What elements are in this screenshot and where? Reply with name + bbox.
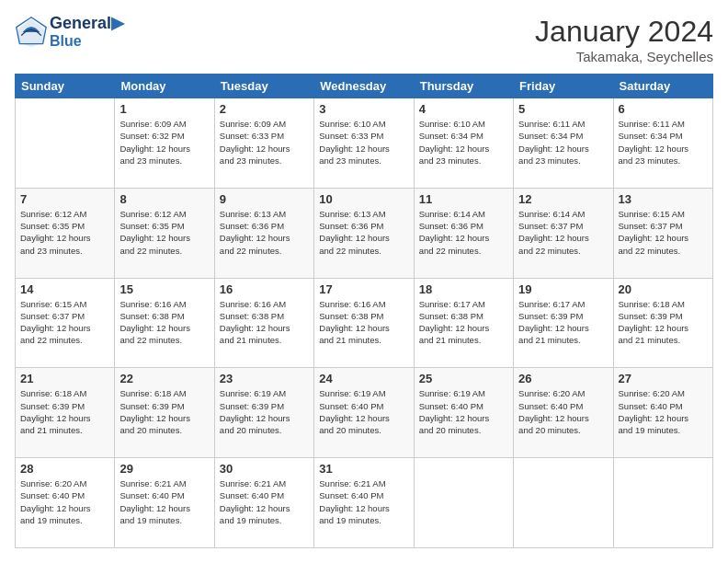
day-number: 9 xyxy=(220,192,309,206)
day-info: Sunrise: 6:17 AM Sunset: 6:38 PM Dayligh… xyxy=(419,298,508,347)
header: General▶ Blue January 2024 Takamaka, Sey… xyxy=(15,15,713,64)
day-info: Sunrise: 6:14 AM Sunset: 6:37 PM Dayligh… xyxy=(518,208,608,257)
day-number: 5 xyxy=(518,102,608,116)
day-info: Sunrise: 6:16 AM Sunset: 6:38 PM Dayligh… xyxy=(119,298,209,347)
day-number: 19 xyxy=(518,282,608,296)
day-number: 18 xyxy=(419,282,508,296)
calendar-cell: 16Sunrise: 6:16 AM Sunset: 6:38 PM Dayli… xyxy=(214,278,313,368)
day-info: Sunrise: 6:21 AM Sunset: 6:40 PM Dayligh… xyxy=(119,477,209,526)
day-info: Sunrise: 6:13 AM Sunset: 6:36 PM Dayligh… xyxy=(220,208,309,257)
col-thursday: Thursday xyxy=(414,75,513,98)
day-number: 17 xyxy=(319,282,408,296)
day-number: 1 xyxy=(119,102,209,116)
col-tuesday: Tuesday xyxy=(214,75,313,98)
day-number: 2 xyxy=(220,102,309,116)
day-info: Sunrise: 6:13 AM Sunset: 6:36 PM Dayligh… xyxy=(319,208,408,257)
day-number: 30 xyxy=(220,462,309,476)
location-subtitle: Takamaka, Seychelles xyxy=(535,49,713,64)
calendar-cell: 30Sunrise: 6:21 AM Sunset: 6:40 PM Dayli… xyxy=(214,458,313,548)
calendar-cell: 20Sunrise: 6:18 AM Sunset: 6:39 PM Dayli… xyxy=(613,278,712,368)
day-info: Sunrise: 6:16 AM Sunset: 6:38 PM Dayligh… xyxy=(319,298,408,347)
day-number: 26 xyxy=(518,372,608,385)
col-sunday: Sunday xyxy=(16,75,115,98)
col-monday: Monday xyxy=(115,75,214,98)
calendar: Sunday Monday Tuesday Wednesday Thursday… xyxy=(15,74,713,548)
calendar-cell: 13Sunrise: 6:15 AM Sunset: 6:37 PM Dayli… xyxy=(613,188,712,278)
day-number: 3 xyxy=(319,102,408,116)
calendar-cell: 6Sunrise: 6:11 AM Sunset: 6:34 PM Daylig… xyxy=(613,98,712,189)
day-info: Sunrise: 6:19 AM Sunset: 6:39 PM Dayligh… xyxy=(220,387,309,436)
calendar-cell: 11Sunrise: 6:14 AM Sunset: 6:36 PM Dayli… xyxy=(414,188,513,278)
calendar-cell: 3Sunrise: 6:10 AM Sunset: 6:33 PM Daylig… xyxy=(314,98,414,189)
day-number: 4 xyxy=(419,102,508,116)
logo-icon xyxy=(15,16,48,49)
calendar-cell: 10Sunrise: 6:13 AM Sunset: 6:36 PM Dayli… xyxy=(314,188,414,278)
calendar-cell: 14Sunrise: 6:15 AM Sunset: 6:37 PM Dayli… xyxy=(16,278,115,368)
calendar-cell: 8Sunrise: 6:12 AM Sunset: 6:35 PM Daylig… xyxy=(115,188,214,278)
calendar-cell: 23Sunrise: 6:19 AM Sunset: 6:39 PM Dayli… xyxy=(214,368,313,458)
calendar-cell xyxy=(613,458,712,548)
day-info: Sunrise: 6:18 AM Sunset: 6:39 PM Dayligh… xyxy=(619,298,708,347)
day-number: 24 xyxy=(319,372,408,385)
col-wednesday: Wednesday xyxy=(314,75,414,98)
day-number: 13 xyxy=(619,192,708,206)
calendar-cell xyxy=(16,98,115,189)
day-info: Sunrise: 6:15 AM Sunset: 6:37 PM Dayligh… xyxy=(20,298,109,347)
calendar-cell: 21Sunrise: 6:18 AM Sunset: 6:39 PM Dayli… xyxy=(16,368,115,458)
calendar-cell: 9Sunrise: 6:13 AM Sunset: 6:36 PM Daylig… xyxy=(214,188,313,278)
calendar-week-row: 28Sunrise: 6:20 AM Sunset: 6:40 PM Dayli… xyxy=(16,458,713,548)
day-info: Sunrise: 6:11 AM Sunset: 6:34 PM Dayligh… xyxy=(619,118,708,167)
day-number: 7 xyxy=(20,192,109,206)
day-number: 15 xyxy=(119,282,209,296)
calendar-cell: 2Sunrise: 6:09 AM Sunset: 6:33 PM Daylig… xyxy=(214,98,313,189)
calendar-week-row: 1Sunrise: 6:09 AM Sunset: 6:32 PM Daylig… xyxy=(16,98,713,189)
calendar-cell xyxy=(514,458,613,548)
day-info: Sunrise: 6:17 AM Sunset: 6:39 PM Dayligh… xyxy=(518,298,608,347)
calendar-header-row: Sunday Monday Tuesday Wednesday Thursday… xyxy=(16,75,713,98)
day-number: 16 xyxy=(220,282,309,296)
day-number: 23 xyxy=(220,372,309,385)
day-info: Sunrise: 6:18 AM Sunset: 6:39 PM Dayligh… xyxy=(20,387,109,436)
logo: General▶ Blue xyxy=(15,15,124,49)
calendar-cell: 22Sunrise: 6:18 AM Sunset: 6:39 PM Dayli… xyxy=(115,368,214,458)
calendar-cell: 4Sunrise: 6:10 AM Sunset: 6:34 PM Daylig… xyxy=(414,98,513,189)
day-number: 6 xyxy=(619,102,708,116)
day-info: Sunrise: 6:15 AM Sunset: 6:37 PM Dayligh… xyxy=(619,208,708,257)
day-number: 12 xyxy=(518,192,608,206)
day-info: Sunrise: 6:20 AM Sunset: 6:40 PM Dayligh… xyxy=(20,477,109,526)
calendar-cell: 15Sunrise: 6:16 AM Sunset: 6:38 PM Dayli… xyxy=(115,278,214,368)
calendar-cell: 5Sunrise: 6:11 AM Sunset: 6:34 PM Daylig… xyxy=(514,98,613,189)
col-saturday: Saturday xyxy=(613,75,712,98)
day-info: Sunrise: 6:12 AM Sunset: 6:35 PM Dayligh… xyxy=(119,208,209,257)
day-number: 27 xyxy=(619,372,708,385)
page: General▶ Blue January 2024 Takamaka, Sey… xyxy=(0,0,728,563)
day-number: 20 xyxy=(619,282,708,296)
calendar-cell: 27Sunrise: 6:20 AM Sunset: 6:40 PM Dayli… xyxy=(613,368,712,458)
day-info: Sunrise: 6:14 AM Sunset: 6:36 PM Dayligh… xyxy=(419,208,508,257)
day-number: 29 xyxy=(119,462,209,476)
day-info: Sunrise: 6:20 AM Sunset: 6:40 PM Dayligh… xyxy=(619,387,708,436)
day-number: 11 xyxy=(419,192,508,206)
day-number: 21 xyxy=(20,372,109,385)
day-info: Sunrise: 6:11 AM Sunset: 6:34 PM Dayligh… xyxy=(518,118,608,167)
calendar-cell: 25Sunrise: 6:19 AM Sunset: 6:40 PM Dayli… xyxy=(414,368,513,458)
calendar-cell: 24Sunrise: 6:19 AM Sunset: 6:40 PM Dayli… xyxy=(314,368,414,458)
calendar-cell: 31Sunrise: 6:21 AM Sunset: 6:40 PM Dayli… xyxy=(314,458,414,548)
logo-text: General▶ Blue xyxy=(50,15,124,49)
month-title: January 2024 xyxy=(535,15,713,49)
day-info: Sunrise: 6:09 AM Sunset: 6:33 PM Dayligh… xyxy=(220,118,309,167)
calendar-cell: 7Sunrise: 6:12 AM Sunset: 6:35 PM Daylig… xyxy=(16,188,115,278)
calendar-cell: 26Sunrise: 6:20 AM Sunset: 6:40 PM Dayli… xyxy=(514,368,613,458)
calendar-cell: 28Sunrise: 6:20 AM Sunset: 6:40 PM Dayli… xyxy=(16,458,115,548)
day-number: 14 xyxy=(20,282,109,296)
calendar-cell: 18Sunrise: 6:17 AM Sunset: 6:38 PM Dayli… xyxy=(414,278,513,368)
day-number: 31 xyxy=(319,462,408,476)
day-info: Sunrise: 6:09 AM Sunset: 6:32 PM Dayligh… xyxy=(119,118,209,167)
calendar-cell xyxy=(414,458,513,548)
calendar-cell: 19Sunrise: 6:17 AM Sunset: 6:39 PM Dayli… xyxy=(514,278,613,368)
day-info: Sunrise: 6:21 AM Sunset: 6:40 PM Dayligh… xyxy=(220,477,309,526)
calendar-week-row: 7Sunrise: 6:12 AM Sunset: 6:35 PM Daylig… xyxy=(16,188,713,278)
day-info: Sunrise: 6:16 AM Sunset: 6:38 PM Dayligh… xyxy=(220,298,309,347)
day-info: Sunrise: 6:19 AM Sunset: 6:40 PM Dayligh… xyxy=(419,387,508,436)
day-info: Sunrise: 6:18 AM Sunset: 6:39 PM Dayligh… xyxy=(119,387,209,436)
